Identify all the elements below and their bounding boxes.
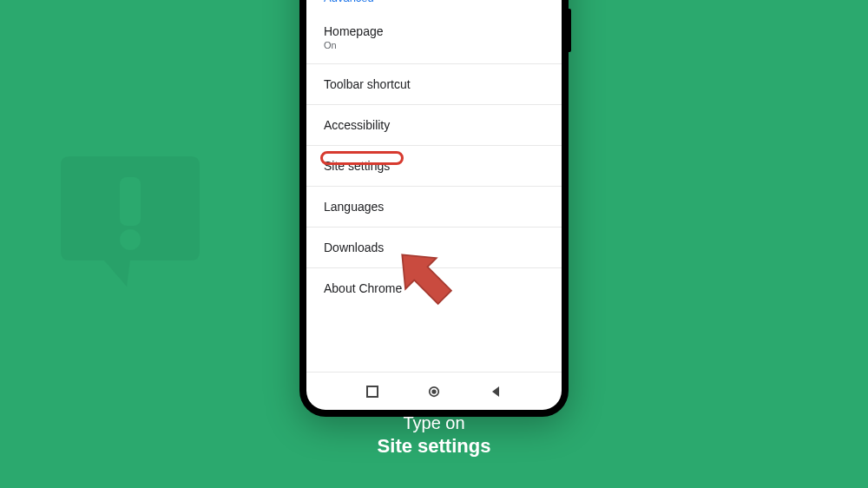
phone-frame: Theme Advanced Homepage On Toolbar short… — [299, 0, 569, 417]
instruction-text: Type on Site settings — [0, 413, 868, 458]
svg-rect-0 — [120, 177, 141, 226]
section-header-advanced: Advanced — [306, 0, 562, 11]
svg-rect-2 — [367, 386, 378, 397]
svg-point-1 — [120, 229, 141, 250]
settings-item-label: Accessibility — [324, 118, 544, 132]
settings-item-toolbar-shortcut[interactable]: Toolbar shortcut — [306, 64, 562, 105]
settings-item-sublabel: On — [324, 40, 544, 50]
instruction-line2: Site settings — [0, 435, 868, 458]
phone-power-button — [569, 9, 571, 52]
nav-recent-icon[interactable] — [366, 386, 378, 398]
instruction-line1: Type on — [0, 413, 868, 433]
settings-item-homepage[interactable]: Homepage On — [306, 11, 562, 64]
arrow-pointer-icon — [386, 239, 464, 317]
settings-item-label: Languages — [324, 200, 544, 214]
settings-item-languages[interactable]: Languages — [306, 187, 562, 228]
nav-back-icon[interactable] — [490, 386, 502, 398]
android-nav-bar — [306, 372, 562, 410]
settings-item-label: Site settings — [324, 159, 544, 173]
settings-item-accessibility[interactable]: Accessibility — [306, 105, 562, 146]
nav-home-icon[interactable] — [428, 386, 440, 398]
svg-point-4 — [431, 389, 436, 393]
background-exclamation-icon — [35, 139, 226, 313]
phone-screen: Theme Advanced Homepage On Toolbar short… — [306, 0, 562, 410]
settings-item-site-settings[interactable]: Site settings — [306, 146, 562, 187]
settings-item-label: Toolbar shortcut — [324, 77, 544, 91]
settings-item-label: Homepage — [324, 24, 544, 38]
